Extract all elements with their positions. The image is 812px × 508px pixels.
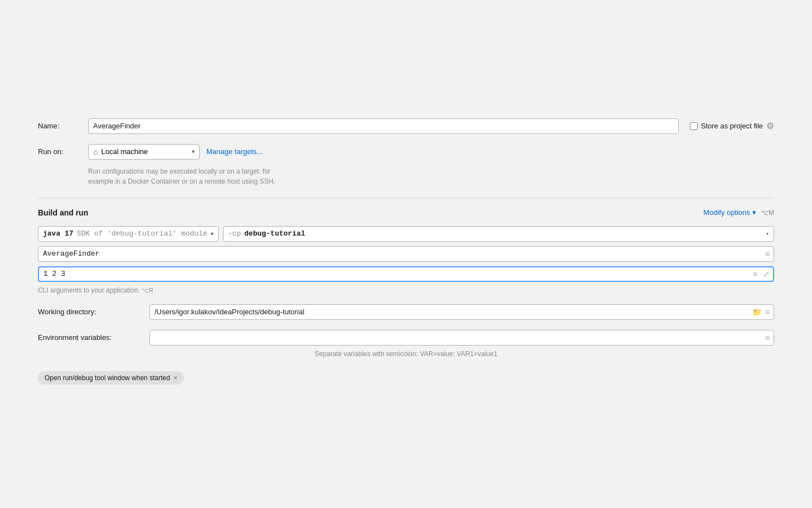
- java-sdk-row: java 17 SDK of 'debug-tutorial' module ▾…: [38, 226, 774, 242]
- args-input[interactable]: [38, 266, 774, 282]
- env-vars-label: Environment variables:: [38, 333, 149, 342]
- modify-options-button[interactable]: Modify options ▾ ⌥M: [703, 208, 774, 217]
- chevron-down-icon: ▾: [752, 208, 756, 217]
- run-config-hint: Run configurations may be executed local…: [88, 166, 774, 186]
- store-project-checkbox[interactable]: [690, 122, 698, 130]
- run-on-value: Local machine: [101, 147, 148, 156]
- build-run-header: Build and run Modify options ▾ ⌥M: [38, 208, 774, 217]
- run-on-dropdown[interactable]: ⌂ Local machine ▾: [88, 144, 200, 160]
- args-hint-text: CLI arguments to your application.: [38, 286, 140, 294]
- class-input[interactable]: [38, 246, 774, 262]
- browse-class-icon[interactable]: ≡: [765, 250, 770, 258]
- args-field-wrapper: ≡ ⤢: [38, 266, 774, 282]
- gear-icon[interactable]: ⚙: [766, 121, 774, 131]
- modify-options-shortcut: ⌥M: [761, 209, 774, 217]
- store-project-label: Store as project file: [701, 122, 763, 130]
- java-version-dropdown[interactable]: java 17 SDK of 'debug-tutorial' module ▾: [38, 226, 219, 242]
- name-input[interactable]: [88, 118, 679, 134]
- cp-flag-label: -cp: [228, 229, 241, 238]
- browse-env-icon[interactable]: ≡: [765, 333, 770, 342]
- java-version-label: java 17: [43, 229, 74, 238]
- browse-args-icon[interactable]: ≡: [753, 270, 757, 279]
- run-on-row: Run on: ⌂ Local machine ▾ Manage targets…: [38, 144, 774, 160]
- close-tag-icon[interactable]: ×: [173, 374, 178, 381]
- name-label: Name:: [38, 122, 88, 130]
- open-tool-window-tag: Open run/debug tool window when started …: [38, 371, 184, 385]
- working-directory-wrapper: 📁 ≡: [149, 304, 774, 320]
- java-dropdown-arrow-icon: ▾: [211, 231, 214, 237]
- manage-targets-link[interactable]: Manage targets...: [206, 147, 263, 156]
- args-field-row: ≡ ⤢: [38, 266, 774, 282]
- args-hint: CLI arguments to your application. ⌥R: [38, 286, 774, 294]
- working-directory-label: Working directory:: [38, 308, 149, 316]
- working-directory-row: Working directory: 📁 ≡: [38, 304, 774, 320]
- working-directory-input[interactable]: [149, 304, 774, 320]
- class-field-row: ≡: [38, 246, 774, 262]
- sdk-text-label: SDK of 'debug-tutorial' module: [77, 229, 207, 238]
- env-vars-hint: Separate variables with semicolon: VAR=v…: [38, 350, 774, 358]
- cp-dropdown-arrow-icon: ▾: [766, 231, 769, 237]
- section-divider: [38, 198, 774, 198]
- open-tool-window-label: Open run/debug tool window when started: [45, 374, 170, 382]
- folder-icon[interactable]: 📁: [752, 308, 762, 317]
- classpath-dropdown[interactable]: -cp debug-tutorial ▾: [223, 226, 774, 242]
- expand-args-icon[interactable]: ⤢: [763, 270, 770, 279]
- env-vars-input[interactable]: [149, 330, 774, 346]
- run-configuration-dialog: Name: Store as project file ⚙ Run on: ⌂ …: [21, 102, 791, 407]
- home-icon: ⌂: [93, 147, 98, 156]
- name-row: Name: Store as project file ⚙: [38, 118, 774, 134]
- wd-icons: 📁 ≡: [752, 308, 770, 317]
- run-on-label: Run on:: [38, 147, 88, 156]
- tag-row: Open run/debug tool window when started …: [38, 371, 774, 385]
- dropdown-arrow-icon: ▾: [192, 148, 195, 155]
- browse-wd-icon[interactable]: ≡: [765, 308, 770, 317]
- args-shortcut: ⌥R: [142, 287, 153, 294]
- env-vars-wrapper: ≡: [149, 330, 774, 346]
- modify-options-label: Modify options: [703, 208, 750, 217]
- section-title: Build and run: [38, 208, 88, 217]
- class-field-wrapper: ≡: [38, 246, 774, 262]
- store-project-section: Store as project file ⚙: [690, 121, 774, 131]
- env-vars-row: Environment variables: ≡: [38, 330, 774, 346]
- module-label: debug-tutorial: [244, 229, 305, 238]
